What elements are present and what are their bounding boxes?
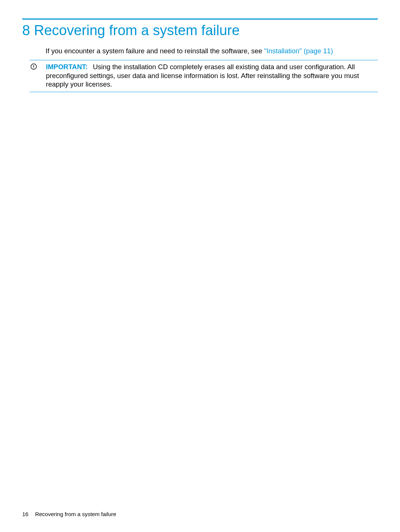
page-footer: 16Recovering from a system failure [22,511,116,517]
footer-section-title: Recovering from a system failure [35,511,116,517]
callout-body-text: Using the installation CD completely era… [46,63,359,88]
top-rule [22,18,378,20]
footer-page-number: 16 [22,511,29,517]
svg-point-2 [33,68,34,68]
intro-paragraph: If you encounter a system failure and ne… [46,47,378,55]
xref-installation-link[interactable]: "Installation" (page 11) [264,47,333,55]
intro-prefix: If you encounter a system failure and ne… [46,47,264,55]
important-icon [30,63,37,70]
important-callout: IMPORTANT:Using the installation CD comp… [30,60,378,92]
chapter-heading: 8 Recovering from a system failure [22,23,378,38]
callout-body: IMPORTANT:Using the installation CD comp… [46,63,378,89]
callout-label: IMPORTANT: [46,63,88,71]
page-container: 8 Recovering from a system failure If yo… [0,0,400,532]
